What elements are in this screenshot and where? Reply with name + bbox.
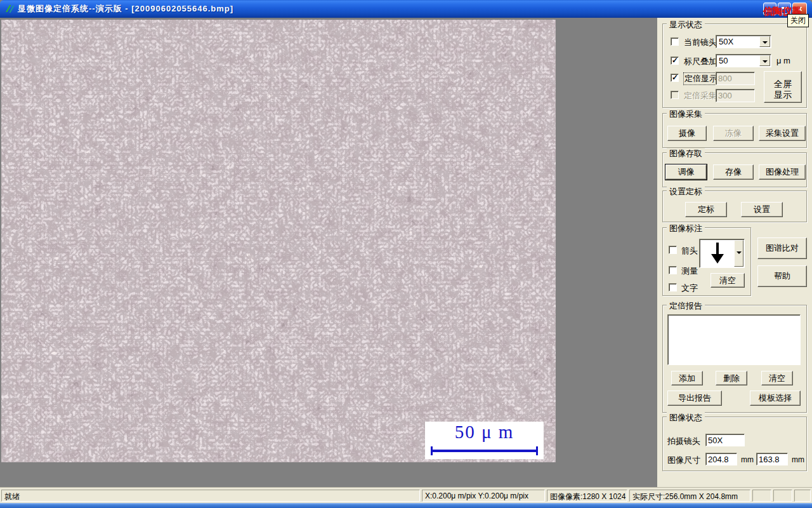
app-icon — [4, 3, 15, 15]
status-bar: 就绪 X:0.200μ m/pix Y:0.200μ m/pix 图像像素:12… — [0, 487, 812, 503]
microstructure-texture — [1, 20, 556, 462]
fixed-capture-label: 定倍采集 — [684, 90, 717, 102]
fixed-display-checkbox[interactable] — [671, 74, 679, 82]
close-tooltip: 关闭 — [787, 14, 809, 27]
ruler-overlay-label: 标尺叠加 — [684, 56, 717, 67]
annotation-group-title: 图像标注 — [667, 223, 705, 234]
freeze-button: 冻像 — [713, 126, 754, 141]
image-size-label: 图像尺寸 — [667, 455, 700, 466]
current-lens-value: 50X — [719, 37, 733, 46]
scale-bar-line — [431, 450, 538, 452]
report-group-title: 定倍报告 — [667, 300, 705, 312]
ruler-overlay-checkbox[interactable] — [671, 57, 679, 65]
capture-settings-button[interactable]: 采集设置 — [759, 126, 806, 141]
image-width-field[interactable]: 204.8 — [705, 453, 737, 465]
status-actual-size: 实际尺寸:256.0mm X 204.8mm — [629, 490, 750, 502]
titlebar[interactable]: 显微图像定倍系统--演示版 - [20090602055646.bmp] — [0, 0, 812, 18]
arrow-label: 箭头 — [681, 245, 698, 257]
ruler-value: 50 — [719, 56, 728, 65]
image-status-group-title: 图像状态 — [667, 412, 705, 424]
report-clear-button[interactable]: 清空 — [761, 371, 793, 385]
fixed-capture-input: 300 — [716, 89, 755, 102]
app-window: 显微图像定倍系统--演示版 - [20090602055646.bmp] 信陶仪… — [0, 0, 812, 508]
fixed-capture-checkbox — [671, 91, 679, 99]
measure-label: 测量 — [681, 265, 698, 277]
window-title: 显微图像定倍系统--演示版 - [20090602055646.bmp] — [18, 3, 233, 15]
taskbar-edge — [0, 503, 812, 508]
storage-group-title: 图像存取 — [667, 148, 705, 159]
template-select-button[interactable]: 模板选择 — [750, 391, 801, 406]
current-lens-label: 当前镜头 — [684, 37, 717, 48]
dropdown-arrow-icon[interactable] — [759, 55, 770, 66]
ruler-unit-label: μ m — [776, 56, 790, 65]
scale-bar-label: 50 μ m — [425, 422, 544, 443]
control-panel: 显示状态 当前镜头 50X 标尺叠加 50 μ m 定倍显示 800 定倍采集 … — [657, 18, 812, 487]
client-area: 50 μ m — [0, 18, 657, 487]
load-image-button[interactable]: 调像 — [665, 164, 707, 180]
width-unit-label: mm — [741, 455, 754, 464]
calibration-group-title: 设置定标 — [667, 186, 705, 197]
measure-checkbox[interactable] — [669, 266, 677, 274]
export-report-button[interactable]: 导出报告 — [667, 391, 722, 406]
arrow-style-select[interactable] — [699, 239, 745, 268]
current-lens-checkbox[interactable] — [671, 37, 679, 46]
dropdown-arrow-icon[interactable] — [734, 240, 743, 267]
text-checkbox[interactable] — [669, 283, 677, 291]
report-delete-button[interactable]: 删除 — [716, 371, 747, 385]
ruler-value-select[interactable]: 50 — [716, 54, 771, 67]
arrow-checkbox[interactable] — [669, 246, 677, 254]
dropdown-arrow-icon[interactable] — [759, 36, 770, 47]
report-listbox[interactable] — [667, 314, 801, 365]
report-add-button[interactable]: 添加 — [671, 371, 703, 385]
scale-bar-overlay: 50 μ m — [425, 422, 544, 459]
help-button[interactable]: 帮助 — [757, 265, 807, 287]
fullscreen-button[interactable]: 全屏显示 — [764, 71, 802, 103]
clear-annotation-button[interactable]: 清空 — [710, 273, 745, 288]
calibrate-button[interactable]: 定标 — [685, 202, 727, 217]
status-empty-2 — [773, 490, 792, 502]
shooting-lens-field[interactable]: 50X — [705, 434, 745, 446]
current-lens-select[interactable]: 50X — [716, 35, 771, 48]
capture-group-title: 图像采集 — [667, 109, 705, 120]
atlas-compare-button[interactable]: 图谱比对 — [757, 237, 807, 259]
calibration-group: 设置定标 — [662, 190, 807, 222]
image-height-field[interactable]: 163.8 — [756, 453, 788, 465]
shooting-lens-label: 拍摄镜头 — [667, 436, 700, 447]
shoot-button[interactable]: 摄像 — [667, 126, 707, 141]
status-pixel-scale: X:0.200μ m/pix Y:0.200μ m/pix — [422, 490, 545, 502]
save-image-button[interactable]: 存像 — [713, 164, 754, 180]
status-image-pixels: 图像像素:1280 X 1024 — [547, 490, 627, 502]
status-empty-1 — [752, 490, 771, 502]
height-unit-label: mm — [792, 455, 804, 464]
fixed-display-label: 定倍显示 — [684, 73, 718, 84]
status-empty-3 — [794, 490, 811, 502]
microscope-image[interactable]: 50 μ m — [1, 20, 556, 462]
calibration-settings-button[interactable]: 设置 — [741, 202, 783, 217]
fixed-display-input: 800 — [716, 72, 755, 85]
display-status-title: 显示状态 — [667, 19, 705, 30]
status-ready: 就绪 — [1, 490, 420, 502]
text-label: 文字 — [681, 283, 698, 294]
arrow-glyph-icon — [710, 243, 724, 266]
image-process-button[interactable]: 图像处理 — [759, 164, 806, 180]
